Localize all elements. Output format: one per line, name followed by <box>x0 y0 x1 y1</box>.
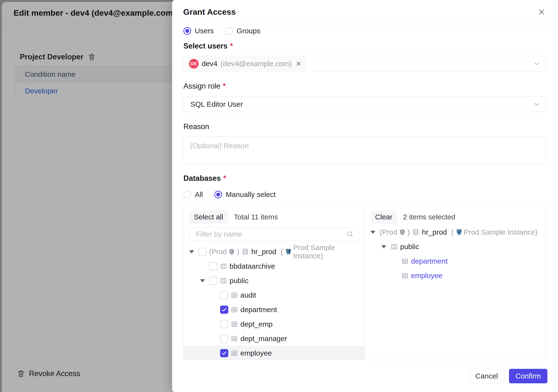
reason-label: Reason <box>183 122 546 131</box>
radio-circle <box>225 27 233 35</box>
total-items-label: Total 11 items <box>234 213 278 221</box>
tree-node-audit[interactable]: audit <box>184 288 365 303</box>
grant-access-drawer: Grant Access UsersGroups Select users* D… <box>172 0 558 392</box>
table-icon <box>401 258 409 265</box>
caret-down-icon[interactable] <box>370 231 375 234</box>
radio-scope-users[interactable]: Users <box>183 27 214 35</box>
database-icon <box>412 229 419 236</box>
radio-db-manually-select[interactable]: Manually select <box>214 191 276 199</box>
filter-input[interactable] <box>195 230 346 238</box>
table-icon <box>231 292 238 299</box>
drawer-title: Grant Access <box>183 7 236 17</box>
user-chip-email: (dev4@example.com) <box>221 60 292 68</box>
scope-radio-group: UsersGroups <box>183 26 546 36</box>
clear-button[interactable]: Clear <box>371 210 397 224</box>
checkbox-audit[interactable] <box>220 291 228 299</box>
table-icon <box>231 321 238 328</box>
tree-node-hr_prod[interactable]: (Prod)hr_prod(Prod Sample Instance) <box>365 225 546 239</box>
database-icon <box>242 248 249 255</box>
checkbox-dept_manager[interactable] <box>220 335 228 343</box>
tree-node-employee[interactable]: employee <box>184 346 365 360</box>
checkbox-public[interactable] <box>209 277 218 285</box>
assign-role-label: Assign role* <box>183 82 546 91</box>
radio-circle <box>183 27 191 35</box>
user-chip-name: dev4 <box>202 60 218 68</box>
database-transfer: Select all Total 11 items (Prod)hr_prod(… <box>183 205 546 360</box>
shield-icon <box>399 229 406 236</box>
radio-scope-groups[interactable]: Groups <box>225 27 260 35</box>
tree-node-public[interactable]: public <box>365 239 546 254</box>
source-tree: (Prod)hr_prod(Prod Sample Instance)bbdat… <box>184 244 365 360</box>
cancel-button[interactable]: Cancel <box>469 369 504 383</box>
radio-circle <box>183 191 191 198</box>
postgres-icon <box>455 229 462 236</box>
tree-node-dept_emp[interactable]: dept_emp <box>184 317 365 331</box>
chevron-down-icon <box>533 60 541 68</box>
confirm-button[interactable]: Confirm <box>509 369 547 383</box>
tree-node-hr_prod[interactable]: (Prod)hr_prod(Prod Sample Instance) <box>184 244 365 259</box>
select-users-label: Select users* <box>183 42 546 51</box>
caret-down-icon[interactable] <box>381 245 386 248</box>
search-icon <box>346 230 354 238</box>
radio-label: Groups <box>236 27 260 35</box>
transfer-target-panel: Clear 2 items selected (Prod)hr_prod(Pro… <box>365 205 546 360</box>
schema-icon <box>220 263 227 270</box>
checkbox-employee[interactable] <box>220 349 228 357</box>
tree-node-department[interactable]: department <box>184 303 365 317</box>
databases-radio-group: AllManually select <box>183 189 546 200</box>
close-icon[interactable] <box>537 8 546 17</box>
checkbox-dept_emp[interactable] <box>220 320 228 328</box>
shield-icon <box>228 248 235 255</box>
tree-node-dept_manager[interactable]: dept_manager <box>184 331 365 346</box>
radio-db-all[interactable]: All <box>183 191 203 199</box>
tree-node-employee[interactable]: employee <box>365 268 546 283</box>
reason-input[interactable] <box>183 137 546 164</box>
remove-user-icon[interactable] <box>295 60 302 67</box>
tree-node-department[interactable]: department <box>365 254 546 268</box>
select-all-button[interactable]: Select all <box>190 210 227 224</box>
checkbox-department[interactable] <box>220 305 228 314</box>
radio-circle <box>214 191 222 198</box>
selected-count-label: 2 items selected <box>403 213 455 221</box>
tree-node-public[interactable]: public <box>184 273 365 288</box>
table-icon <box>231 335 238 342</box>
radio-label: Users <box>195 27 214 35</box>
tree-node-bbdataarchive[interactable]: bbdataarchive <box>184 259 365 273</box>
schema-icon <box>220 277 227 284</box>
filter-field <box>190 227 359 241</box>
table-icon <box>231 349 238 357</box>
caret-down-icon[interactable] <box>189 250 194 253</box>
checkbox-hr_prod[interactable] <box>198 248 207 256</box>
schema-icon <box>391 243 398 250</box>
caret-down-icon[interactable] <box>200 279 205 282</box>
transfer-source-panel: Select all Total 11 items (Prod)hr_prod(… <box>184 205 365 360</box>
assign-role-value: SQL Editor User <box>191 100 243 108</box>
postgres-icon <box>285 248 292 255</box>
chevron-down-icon <box>533 100 541 108</box>
databases-label: Databases* <box>183 174 546 183</box>
avatar: DE <box>189 59 199 69</box>
select-users-field[interactable]: DE dev4 (dev4@example.com) <box>183 56 546 71</box>
radio-label: Manually select <box>226 191 276 199</box>
table-icon <box>401 272 409 279</box>
table-icon <box>231 306 238 313</box>
checkbox-bbdataarchive[interactable] <box>209 262 218 270</box>
assign-role-select[interactable]: SQL Editor User <box>183 96 546 112</box>
target-tree: (Prod)hr_prod(Prod Sample Instance)publi… <box>365 225 546 360</box>
user-chip: DE dev4 (dev4@example.com) <box>187 57 305 70</box>
radio-label: All <box>195 191 203 199</box>
